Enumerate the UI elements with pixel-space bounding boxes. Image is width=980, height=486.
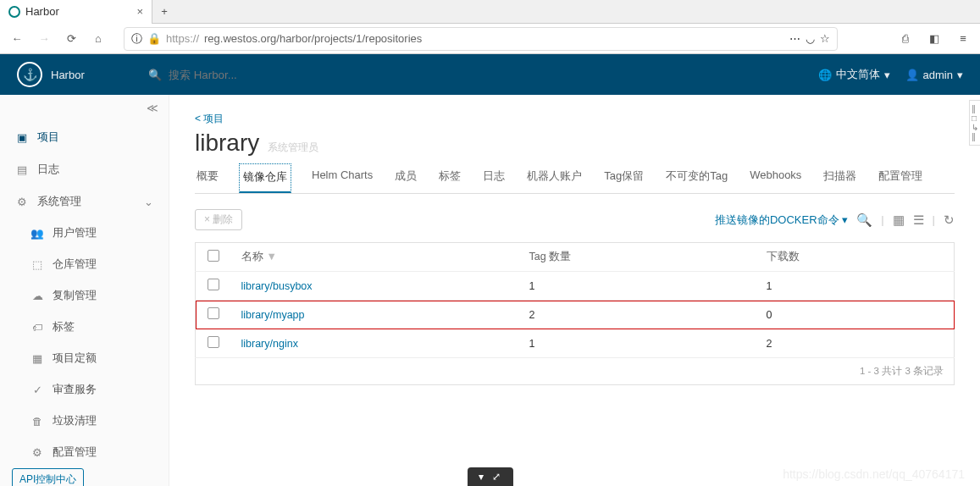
- more-icon[interactable]: ⋯: [789, 32, 800, 45]
- list-view-icon[interactable]: ☰: [913, 213, 924, 228]
- repo-name-link[interactable]: library/myapp: [231, 301, 519, 329]
- bookmark-icon[interactable]: ☆: [820, 32, 830, 45]
- user-name: admin: [923, 69, 953, 81]
- delete-button[interactable]: × 删除: [195, 209, 242, 230]
- select-all-checkbox[interactable]: [208, 250, 219, 262]
- user-menu[interactable]: 👤 admin ▾: [905, 69, 963, 81]
- url-text: reg.westos.org/harbor/projects/1/reposit…: [204, 32, 422, 45]
- bottom-control[interactable]: ▾ ⤢: [467, 467, 512, 486]
- home-button[interactable]: ⌂: [88, 29, 108, 49]
- right-clip-tab[interactable]: ‖□↳‖: [969, 100, 980, 146]
- library-icon[interactable]: ⎙: [895, 29, 916, 49]
- tab-title: Harbor: [25, 5, 59, 18]
- lock-icon: 🔒: [147, 32, 161, 45]
- chevron-down-icon: ▾: [884, 69, 890, 81]
- harbor-favicon: [8, 6, 20, 18]
- page-title: library 系统管理员: [195, 130, 955, 157]
- header-search[interactable]: 🔍: [148, 69, 818, 81]
- sidebar-item-labels[interactable]: 🏷标签: [0, 312, 169, 343]
- sidebar-label: 垃圾清理: [53, 414, 97, 428]
- tab-4[interactable]: 标签: [437, 163, 462, 193]
- sidebar-toggle-icon[interactable]: ◧: [924, 29, 944, 49]
- table-row[interactable]: library/nginx12: [196, 329, 955, 358]
- tab-5[interactable]: 日志: [481, 163, 507, 193]
- tab-9[interactable]: Webhooks: [748, 163, 803, 193]
- reload-button[interactable]: ⟳: [61, 29, 81, 49]
- tab-11[interactable]: 配置管理: [877, 163, 924, 193]
- tag-count: 1: [519, 329, 756, 358]
- sidebar-item-projects[interactable]: ▣ 项目: [0, 121, 169, 153]
- back-button[interactable]: ←: [7, 29, 27, 49]
- tag-count: 2: [519, 301, 756, 329]
- tab-6[interactable]: 机器人账户: [525, 163, 584, 193]
- table-footer: 1 - 3 共计 3 条记录: [195, 358, 955, 385]
- address-bar[interactable]: ⓘ 🔒 https://reg.westos.org/harbor/projec…: [124, 27, 838, 51]
- table-row[interactable]: library/myapp20: [196, 301, 955, 329]
- sidebar-item-quota[interactable]: ▦项目定额: [0, 343, 169, 374]
- tag-icon: 🏷: [30, 322, 44, 334]
- tab-7[interactable]: Tag保留: [602, 163, 645, 193]
- row-checkbox[interactable]: [208, 279, 219, 290]
- browser-toolbar: ← → ⟳ ⌂ ⓘ 🔒 https://reg.westos.org/harbo…: [0, 24, 980, 54]
- logs-icon: ▤: [15, 163, 29, 176]
- push-command-label: 推送镜像的DOCKER命令: [715, 213, 839, 226]
- table-row[interactable]: library/busybox11: [196, 272, 955, 301]
- col-tags[interactable]: Tag 数量: [519, 243, 756, 272]
- row-checkbox[interactable]: [208, 336, 219, 348]
- sidebar-item-config[interactable]: ⚙配置管理: [0, 437, 169, 468]
- menu-icon[interactable]: ≡: [953, 29, 973, 49]
- push-command-link[interactable]: 推送镜像的DOCKER命令 ▾: [715, 213, 848, 228]
- browser-tab[interactable]: Harbor ×: [0, 0, 152, 24]
- sidebar-label: 配置管理: [53, 445, 97, 460]
- search-icon: 🔍: [148, 69, 162, 81]
- shield-icon: ✓: [30, 384, 44, 396]
- tab-0[interactable]: 概要: [195, 163, 220, 193]
- search-icon[interactable]: 🔍: [856, 213, 872, 228]
- users-icon: 👥: [30, 227, 44, 240]
- refresh-icon[interactable]: ↻: [944, 213, 955, 228]
- sidebar-item-gc[interactable]: 🗑垃圾清理: [0, 406, 169, 437]
- sidebar-item-admin[interactable]: ⚙ 系统管理 ⌄: [0, 185, 169, 218]
- tab-8[interactable]: 不可变的Tag: [664, 163, 729, 193]
- url-protocol: https://: [166, 32, 199, 45]
- sidebar-item-audit[interactable]: ✓审查服务: [0, 374, 169, 406]
- repo-name-link[interactable]: library/busybox: [231, 272, 519, 301]
- tab-1[interactable]: 镜像仓库: [239, 163, 291, 193]
- row-checkbox[interactable]: [208, 307, 219, 319]
- sidebar-item-logs[interactable]: ▤ 日志: [0, 153, 169, 185]
- project-name: library: [195, 130, 259, 157]
- search-input[interactable]: [169, 69, 338, 81]
- card-view-icon[interactable]: ▦: [893, 213, 905, 228]
- language-selector[interactable]: 🌐 中文简体 ▾: [818, 67, 890, 82]
- col-pulls[interactable]: 下载数: [756, 243, 955, 272]
- main-content: < 项目 library 系统管理员 概要镜像仓库Helm Charts成员标签…: [169, 95, 980, 486]
- sidebar-item-replication[interactable]: ☁复制管理: [0, 280, 169, 312]
- repo-name-link[interactable]: library/nginx: [231, 329, 519, 358]
- cloud-icon: ☁: [30, 290, 44, 302]
- tab-3[interactable]: 成员: [393, 163, 418, 193]
- close-tab-icon[interactable]: ×: [136, 5, 143, 18]
- sidebar-label: 日志: [37, 162, 59, 177]
- api-control-button[interactable]: API控制中心: [12, 468, 84, 486]
- breadcrumb-back[interactable]: < 项目: [195, 112, 955, 126]
- project-tabs: 概要镜像仓库Helm Charts成员标签日志机器人账户Tag保留不可变的Tag…: [195, 163, 955, 194]
- sidebar-label: 复制管理: [53, 289, 97, 303]
- logo-area[interactable]: ⚓ Harbor: [17, 62, 148, 87]
- chevron-down-icon: ⌄: [144, 196, 153, 208]
- collapse-sidebar-icon[interactable]: ≪: [0, 95, 169, 121]
- projects-icon: ▣: [15, 131, 29, 144]
- tab-2[interactable]: Helm Charts: [310, 163, 374, 193]
- sort-icon[interactable]: ▼: [267, 251, 277, 262]
- col-name[interactable]: 名称: [241, 251, 263, 262]
- new-tab-button[interactable]: +: [152, 5, 176, 18]
- sidebar-item-users[interactable]: 👥用户管理: [0, 218, 169, 249]
- sidebar-item-repos[interactable]: ⬚仓库管理: [0, 249, 169, 280]
- forward-button[interactable]: →: [34, 29, 54, 49]
- config-icon: ⚙: [30, 446, 44, 459]
- pull-count: 1: [756, 272, 955, 301]
- tab-10[interactable]: 扫描器: [822, 163, 858, 193]
- tag-count: 1: [519, 272, 756, 301]
- pocket-icon[interactable]: ◡: [806, 32, 815, 45]
- quota-icon: ▦: [30, 352, 44, 365]
- shield-icon: ⓘ: [131, 31, 142, 47]
